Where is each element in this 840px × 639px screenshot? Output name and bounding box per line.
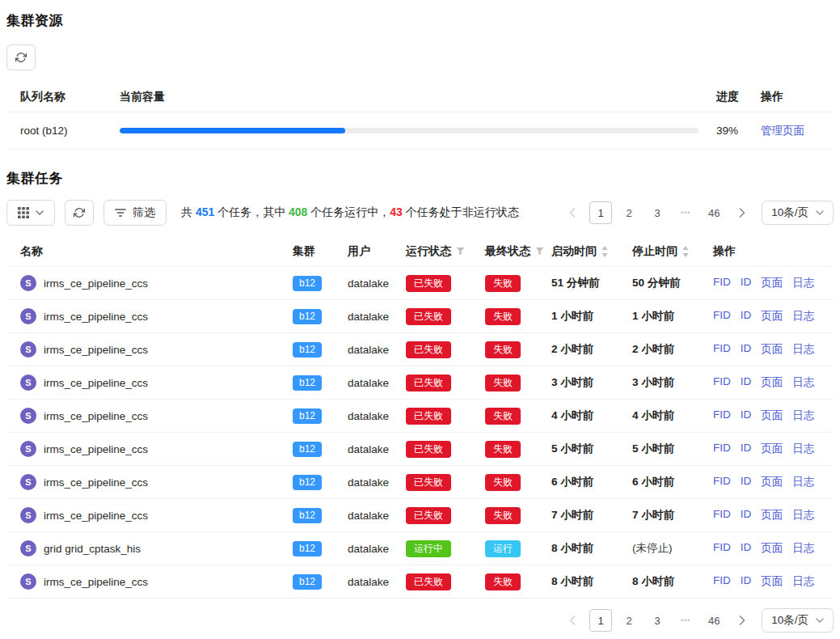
user-label: datalake <box>348 476 406 489</box>
pagination: 1 2 3 ••• 46 <box>561 609 753 632</box>
user-label: datalake <box>348 344 406 356</box>
page-ellipsis[interactable]: ••• <box>674 201 697 224</box>
row-actions: FIDID页面日志 <box>713 375 834 390</box>
id-link[interactable]: ID <box>741 342 752 357</box>
id-link[interactable]: ID <box>741 541 752 556</box>
fid-link[interactable]: FID <box>713 408 731 423</box>
manage-page-link[interactable]: 管理页面 <box>761 125 804 137</box>
column-settings-dropdown-button[interactable] <box>6 200 55 226</box>
row-actions: FIDID页面日志 <box>713 408 834 423</box>
filter-button[interactable]: 筛选 <box>103 200 167 226</box>
page-button-46[interactable]: 46 <box>703 201 725 224</box>
row-actions: FIDID页面日志 <box>713 309 834 324</box>
page-button-2[interactable]: 2 <box>618 201 640 224</box>
fid-link[interactable]: FID <box>713 574 731 589</box>
fid-link[interactable]: FID <box>713 475 731 489</box>
page-ellipsis[interactable]: ••• <box>674 609 697 632</box>
capacity-progress-fill <box>120 128 345 133</box>
queue-name: root (b12) <box>20 125 120 137</box>
user-label: datalake <box>348 443 406 455</box>
final-status-badge: 失败 <box>485 408 521 425</box>
log-link[interactable]: 日志 <box>792 541 814 556</box>
stopped-task-count: 43 <box>390 205 403 218</box>
filter-funnel-icon[interactable] <box>456 247 465 256</box>
start-time: 51 分钟前 <box>551 276 632 290</box>
pagination-bottom: 1 2 3 ••• 46 10条/页 <box>6 608 834 633</box>
fid-link[interactable]: FID <box>713 375 731 390</box>
log-link[interactable]: 日志 <box>792 508 814 523</box>
page-link[interactable]: 页面 <box>761 442 783 456</box>
page: 集群资源 队列名称 当前容量 进度 操作 root (b1 <box>0 0 840 633</box>
page-link[interactable]: 页面 <box>761 475 783 489</box>
id-link[interactable]: ID <box>741 508 752 523</box>
page-link[interactable]: 页面 <box>761 408 783 423</box>
sort-icon[interactable] <box>602 246 608 257</box>
page-link[interactable]: 页面 <box>761 541 783 556</box>
spark-avatar: S <box>20 341 36 358</box>
chevron-down-icon <box>816 210 824 215</box>
progress-value: 39% <box>716 125 761 137</box>
filter-button-label: 筛选 <box>133 205 155 220</box>
cluster-badge: b12 <box>293 508 322 523</box>
id-link[interactable]: ID <box>741 442 752 456</box>
page-button-1[interactable]: 1 <box>589 201 612 224</box>
stop-time: 3 小时前 <box>632 375 713 390</box>
log-link[interactable]: 日志 <box>792 309 814 324</box>
fid-link[interactable]: FID <box>713 342 731 357</box>
start-time: 3 小时前 <box>551 375 632 390</box>
fid-link[interactable]: FID <box>713 541 731 556</box>
page-button-3[interactable]: 3 <box>646 201 669 224</box>
page-link[interactable]: 页面 <box>761 309 783 324</box>
fid-link[interactable]: FID <box>713 508 731 523</box>
page-size-select[interactable]: 10条/页 <box>762 201 834 225</box>
log-link[interactable]: 日志 <box>792 342 814 357</box>
spark-avatar: S <box>20 573 36 590</box>
page-link[interactable]: 页面 <box>761 375 783 390</box>
row-actions: FIDID页面日志 <box>713 342 834 357</box>
page-link[interactable]: 页面 <box>761 574 783 589</box>
row-actions: FIDID页面日志 <box>713 574 834 589</box>
task-name: irms_ce_pipeline_ccs <box>44 443 148 455</box>
filter-funnel-icon[interactable] <box>535 247 544 256</box>
page-button-46[interactable]: 46 <box>703 609 725 632</box>
page-link[interactable]: 页面 <box>761 342 783 357</box>
id-link[interactable]: ID <box>741 408 752 423</box>
prev-page-button[interactable] <box>561 201 584 224</box>
log-link[interactable]: 日志 <box>792 574 814 589</box>
next-page-button[interactable] <box>731 201 753 224</box>
id-link[interactable]: ID <box>741 309 752 324</box>
fid-link[interactable]: FID <box>713 276 731 290</box>
log-link[interactable]: 日志 <box>792 442 814 456</box>
page-button-3[interactable]: 3 <box>646 609 669 632</box>
final-status-badge: 运行 <box>485 540 521 557</box>
resource-row: root (b12) 39% 管理页面 <box>6 112 834 150</box>
page-button-2[interactable]: 2 <box>618 609 640 632</box>
tasks-toolbar: 筛选 共 451 个任务，其中 408 个任务运行中，43 个任务处于非运行状态… <box>6 200 834 226</box>
prev-page-button[interactable] <box>561 609 584 632</box>
column-actions-label: 操作 <box>713 244 736 259</box>
page-link[interactable]: 页面 <box>761 276 783 290</box>
stop-time: 8 小时前 <box>632 574 713 589</box>
log-link[interactable]: 日志 <box>792 375 814 390</box>
id-link[interactable]: ID <box>741 574 752 589</box>
stop-time: 4 小时前 <box>632 408 713 423</box>
sort-icon[interactable] <box>682 246 689 257</box>
column-resource-actions: 操作 <box>761 90 834 104</box>
resources-refresh-button[interactable] <box>6 44 36 70</box>
log-link[interactable]: 日志 <box>792 408 814 423</box>
page-link[interactable]: 页面 <box>761 508 783 523</box>
id-link[interactable]: ID <box>741 475 752 489</box>
fid-link[interactable]: FID <box>713 309 731 324</box>
run-status-badge: 运行中 <box>406 540 451 557</box>
fid-link[interactable]: FID <box>713 442 731 456</box>
id-link[interactable]: ID <box>741 276 752 290</box>
run-status-badge: 已失败 <box>406 573 451 590</box>
running-task-count: 408 <box>289 205 307 218</box>
log-link[interactable]: 日志 <box>792 475 814 489</box>
tasks-refresh-button[interactable] <box>65 200 94 226</box>
id-link[interactable]: ID <box>741 375 752 390</box>
page-button-1[interactable]: 1 <box>589 609 612 632</box>
log-link[interactable]: 日志 <box>792 276 814 290</box>
next-page-button[interactable] <box>731 609 753 632</box>
page-size-select[interactable]: 10条/页 <box>762 608 834 633</box>
